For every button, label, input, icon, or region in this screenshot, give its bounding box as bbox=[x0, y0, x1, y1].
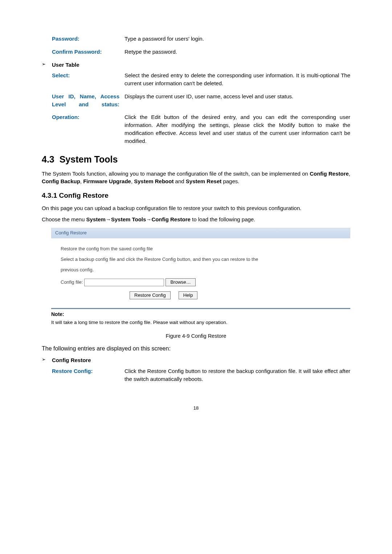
desc-restore-config: Click the Restore Config button to resto… bbox=[124, 367, 350, 383]
bullet-label: Config Restore bbox=[52, 356, 91, 364]
term-select: Select: bbox=[52, 71, 124, 87]
section-heading: 4.3 System Tools bbox=[42, 153, 350, 166]
config-file-label: Config file: bbox=[61, 279, 83, 286]
definitions-block-1: Password: Type a password for users' log… bbox=[52, 35, 350, 56]
term-confirm-password: Confirm Password: bbox=[52, 48, 124, 56]
def-row-confirm: Confirm Password: Retype the password. bbox=[52, 48, 350, 56]
help-button[interactable]: Help bbox=[179, 291, 198, 299]
def-row-restore: Restore Config: Click the Restore Config… bbox=[52, 367, 350, 383]
panel-line-3: previous config. bbox=[61, 267, 341, 274]
sec-join-1: , bbox=[80, 178, 83, 184]
desc-operation: Click the Edit button of the desired ent… bbox=[124, 113, 350, 145]
bullet-config-restore: ➢ Config Restore bbox=[42, 356, 350, 364]
sub2-pre: Choose the menu bbox=[42, 216, 86, 222]
definitions-block-2: Select: Select the desired entry to dele… bbox=[52, 71, 350, 145]
sec-para-pre: The System Tools function, allowing you … bbox=[42, 171, 310, 177]
panel-header: Config Restore bbox=[51, 228, 350, 238]
sec-bold-3: System Reboot bbox=[134, 178, 173, 184]
desc-password: Type a password for users' login. bbox=[124, 35, 350, 43]
def-row-select: Select: Select the desired entry to dele… bbox=[52, 71, 350, 87]
restore-config-button[interactable]: Restore Config bbox=[130, 291, 171, 299]
sec-bold-1: Config Backup bbox=[42, 178, 80, 184]
desc-select: Select the desired entry to delete the c… bbox=[124, 71, 350, 87]
definitions-block-3: Restore Config: Click the Restore Config… bbox=[52, 367, 350, 383]
term-restore-config: Restore Config: bbox=[52, 367, 124, 383]
section-title: System Tools bbox=[60, 154, 118, 164]
sec-bold-0: Config Restore bbox=[310, 171, 349, 177]
bullet-label: User Table bbox=[52, 61, 79, 69]
note-title: Note: bbox=[51, 311, 350, 318]
panel-body: Restore the config from the saved config… bbox=[51, 238, 350, 307]
sec-bold-2: Firmware Upgrade bbox=[83, 178, 131, 184]
note-text: It will take a long time to restore the … bbox=[51, 319, 350, 326]
figure-caption: Figure 4-9 Config Restore bbox=[42, 332, 350, 340]
browse-button[interactable]: Browse… bbox=[166, 278, 195, 286]
bullet-icon: ➢ bbox=[42, 61, 52, 69]
sec-join-3: and bbox=[173, 178, 185, 184]
document-page: Password: Type a password for users' log… bbox=[0, 0, 392, 430]
panel-line-1: Restore the config from the saved config… bbox=[61, 246, 341, 253]
page-number: 18 bbox=[42, 405, 350, 412]
sec-join-0: , bbox=[349, 171, 350, 177]
menu-1: System Tools bbox=[111, 216, 146, 222]
sub-para-1: On this page you can upload a backup con… bbox=[42, 204, 350, 212]
sub-para-2: Choose the menu System→System Tools→Conf… bbox=[42, 216, 350, 223]
subsection-heading: 4.3.1 Config Restore bbox=[42, 190, 350, 201]
panel-line-2: Select a backup config file and click th… bbox=[61, 256, 341, 263]
divider bbox=[51, 308, 350, 309]
desc-confirm-password: Retype the password. bbox=[124, 48, 350, 56]
config-file-row: Config file: Browse… bbox=[61, 278, 341, 286]
term-operation: Operation: bbox=[52, 113, 124, 145]
section-paragraph: The System Tools function, allowing you … bbox=[42, 170, 350, 186]
panel-button-row: Restore Config Help bbox=[130, 291, 341, 299]
menu-2: Config Restore bbox=[151, 216, 191, 222]
entries-intro: The following entries are displayed on t… bbox=[42, 344, 350, 353]
term-usercols: User ID, Name, Access Level and status: bbox=[52, 93, 124, 108]
bullet-icon: ➢ bbox=[42, 356, 52, 364]
sub2-post: to load the following page. bbox=[191, 216, 255, 222]
def-row-usercols: User ID, Name, Access Level and status: … bbox=[52, 93, 350, 108]
note-block: Note: It will take a long time to restor… bbox=[51, 311, 350, 326]
sec-para-post: pages. bbox=[221, 178, 239, 184]
desc-usercols: Displays the current user ID, user name,… bbox=[124, 93, 350, 108]
config-file-input[interactable] bbox=[84, 279, 164, 286]
def-row-operation: Operation: Click the Edit button of the … bbox=[52, 113, 350, 145]
menu-0: System bbox=[86, 216, 106, 222]
def-row-password: Password: Type a password for users' log… bbox=[52, 35, 350, 43]
section-number: 4.3 bbox=[42, 154, 54, 164]
sec-join-2: , bbox=[131, 178, 134, 184]
figure-config-restore: Config Restore Restore the config from t… bbox=[51, 228, 350, 307]
term-password: Password: bbox=[52, 35, 124, 43]
bullet-user-table: ➢ User Table bbox=[42, 61, 350, 69]
sec-bold-4: System Reset bbox=[186, 178, 221, 184]
